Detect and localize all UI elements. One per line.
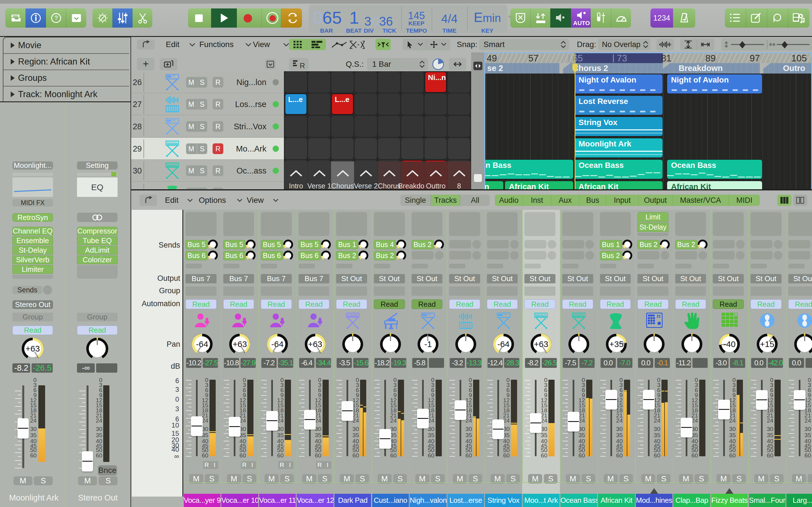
svg-text:?: ? <box>54 14 58 21</box>
svg-text:R: R <box>300 61 305 69</box>
